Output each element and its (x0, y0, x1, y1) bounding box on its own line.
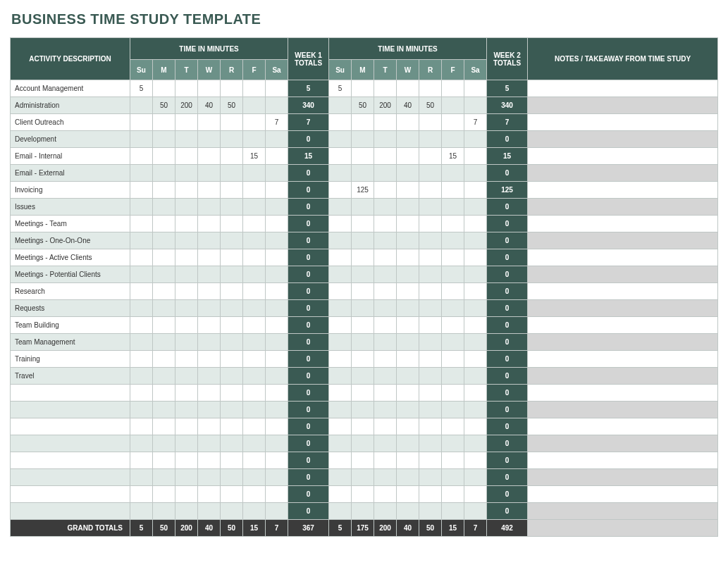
minutes-cell[interactable] (397, 199, 419, 216)
activity-label[interactable]: Team Management (11, 334, 130, 351)
minutes-cell[interactable] (243, 503, 266, 520)
minutes-cell[interactable] (329, 402, 352, 418)
minutes-cell[interactable] (198, 300, 221, 317)
activity-label[interactable] (11, 469, 130, 486)
activity-label[interactable]: Meetings - Team (11, 216, 130, 232)
minutes-cell[interactable] (442, 503, 464, 520)
minutes-cell[interactable] (464, 216, 487, 232)
minutes-cell[interactable] (175, 368, 198, 385)
minutes-cell[interactable] (153, 80, 175, 97)
minutes-cell[interactable] (352, 249, 374, 266)
minutes-cell[interactable] (374, 334, 397, 351)
minutes-cell[interactable] (243, 249, 266, 266)
minutes-cell[interactable] (221, 131, 243, 148)
minutes-cell[interactable] (153, 283, 175, 300)
minutes-cell[interactable] (198, 486, 221, 503)
minutes-cell[interactable] (419, 317, 442, 334)
minutes-cell[interactable] (464, 368, 487, 385)
minutes-cell[interactable] (374, 283, 397, 300)
minutes-cell[interactable] (198, 351, 221, 368)
minutes-cell[interactable] (130, 232, 153, 249)
minutes-cell[interactable] (352, 503, 374, 520)
notes-cell[interactable] (528, 317, 718, 334)
minutes-cell[interactable] (464, 283, 487, 300)
minutes-cell[interactable] (442, 266, 464, 283)
minutes-cell[interactable] (153, 435, 175, 452)
minutes-cell[interactable] (329, 334, 352, 351)
minutes-cell[interactable] (397, 300, 419, 317)
minutes-cell[interactable] (175, 452, 198, 469)
minutes-cell[interactable] (442, 97, 464, 114)
minutes-cell[interactable] (442, 249, 464, 266)
minutes-cell[interactable] (329, 266, 352, 283)
minutes-cell[interactable] (352, 216, 374, 232)
minutes-cell[interactable]: 5 (130, 80, 153, 97)
minutes-cell[interactable] (442, 300, 464, 317)
minutes-cell[interactable] (419, 216, 442, 232)
minutes-cell[interactable] (153, 317, 175, 334)
minutes-cell[interactable] (243, 334, 266, 351)
minutes-cell[interactable] (397, 469, 419, 486)
minutes-cell[interactable] (198, 232, 221, 249)
minutes-cell[interactable] (153, 385, 175, 402)
minutes-cell[interactable] (243, 182, 266, 199)
activity-label[interactable]: Issues (11, 199, 130, 216)
minutes-cell[interactable] (464, 351, 487, 368)
minutes-cell[interactable] (397, 80, 419, 97)
minutes-cell[interactable] (130, 317, 153, 334)
minutes-cell[interactable] (130, 469, 153, 486)
minutes-cell[interactable] (419, 232, 442, 249)
minutes-cell[interactable] (266, 503, 288, 520)
minutes-cell[interactable] (464, 385, 487, 402)
minutes-cell[interactable] (221, 80, 243, 97)
minutes-cell[interactable] (329, 469, 352, 486)
minutes-cell[interactable] (266, 266, 288, 283)
minutes-cell[interactable] (130, 216, 153, 232)
minutes-cell[interactable] (464, 435, 487, 452)
minutes-cell[interactable] (130, 165, 153, 182)
minutes-cell[interactable] (266, 97, 288, 114)
minutes-cell[interactable] (374, 402, 397, 418)
minutes-cell[interactable] (419, 283, 442, 300)
minutes-cell[interactable] (419, 486, 442, 503)
minutes-cell[interactable] (329, 199, 352, 216)
minutes-cell[interactable] (221, 148, 243, 165)
minutes-cell[interactable] (419, 402, 442, 418)
minutes-cell[interactable] (130, 452, 153, 469)
activity-label[interactable]: Meetings - One-On-One (11, 232, 130, 249)
minutes-cell[interactable] (198, 503, 221, 520)
minutes-cell[interactable] (266, 385, 288, 402)
minutes-cell[interactable] (419, 452, 442, 469)
minutes-cell[interactable] (397, 435, 419, 452)
minutes-cell[interactable] (175, 402, 198, 418)
minutes-cell[interactable] (442, 334, 464, 351)
minutes-cell[interactable] (374, 317, 397, 334)
minutes-cell[interactable] (198, 452, 221, 469)
minutes-cell[interactable] (374, 300, 397, 317)
minutes-cell[interactable] (153, 249, 175, 266)
minutes-cell[interactable] (175, 351, 198, 368)
activity-label[interactable]: Travel (11, 368, 130, 385)
minutes-cell[interactable] (352, 385, 374, 402)
minutes-cell[interactable] (442, 368, 464, 385)
minutes-cell[interactable] (419, 182, 442, 199)
minutes-cell[interactable] (329, 131, 352, 148)
minutes-cell[interactable] (221, 114, 243, 131)
minutes-cell[interactable] (464, 418, 487, 435)
minutes-cell[interactable] (153, 452, 175, 469)
minutes-cell[interactable] (198, 114, 221, 131)
minutes-cell[interactable] (352, 300, 374, 317)
notes-cell[interactable] (528, 418, 718, 435)
minutes-cell[interactable] (243, 486, 266, 503)
minutes-cell[interactable] (419, 334, 442, 351)
minutes-cell[interactable] (153, 486, 175, 503)
minutes-cell[interactable] (442, 182, 464, 199)
minutes-cell[interactable] (243, 469, 266, 486)
minutes-cell[interactable] (266, 418, 288, 435)
minutes-cell[interactable]: 7 (266, 114, 288, 131)
minutes-cell[interactable] (153, 334, 175, 351)
minutes-cell[interactable] (175, 199, 198, 216)
minutes-cell[interactable] (329, 216, 352, 232)
minutes-cell[interactable] (352, 334, 374, 351)
minutes-cell[interactable] (175, 249, 198, 266)
